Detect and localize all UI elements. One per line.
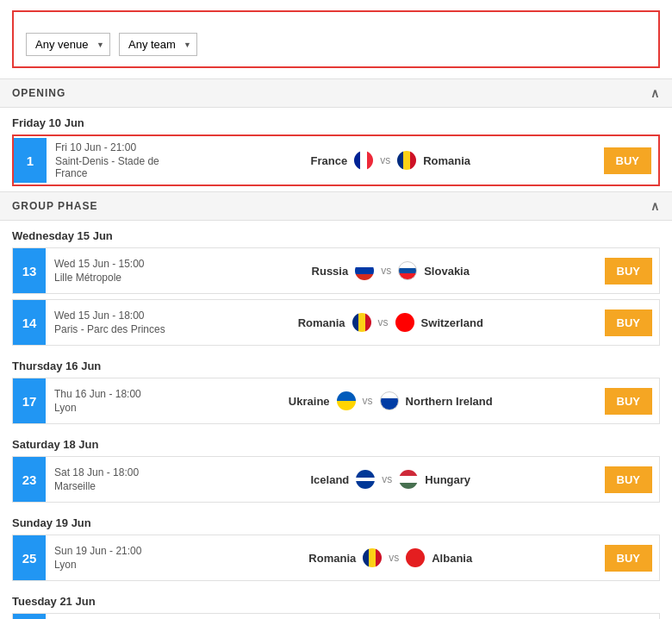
vs-label: vs	[381, 265, 391, 277]
match-row: 14 Wed 15 Jun - 18:00 Paris - Parc des P…	[12, 299, 660, 346]
section-group-phase: GROUP PHASE∧Wednesday 15 Jun 13 Wed 15 J…	[0, 191, 672, 619]
vs-label: vs	[380, 154, 390, 166]
buy-button[interactable]: BUY	[605, 388, 652, 415]
match-info: Sat 18 Jun - 18:00 Marseille	[46, 461, 184, 497]
day-label: Wednesday 15 Jun	[12, 221, 660, 247]
team1-name: Russia	[312, 265, 349, 278]
match-row: 23 Sat 18 Jun - 18:00 Marseille Iceland …	[12, 456, 660, 503]
match-row: 29 Tue 21 Jun - 18:00 Marseille Ukraine …	[12, 613, 660, 619]
team2-flag	[399, 470, 418, 489]
team1-name: Iceland	[311, 473, 350, 486]
section-opening: OPENING∧Friday 10 Jun 1 Fri 10 Jun - 21:…	[0, 78, 672, 186]
match-number: 13	[13, 248, 46, 293]
team1-flag	[337, 391, 356, 410]
section-content: Friday 10 Jun 1 Fri 10 Jun - 21:00 Saint…	[0, 108, 672, 186]
vs-label: vs	[363, 395, 373, 407]
vs-label: vs	[382, 473, 392, 485]
buy-button[interactable]: BUY	[605, 466, 652, 493]
match-venue: Marseille	[54, 480, 175, 492]
section-content: Wednesday 15 Jun 13 Wed 15 Jun - 15:00 L…	[0, 221, 672, 619]
match-teams: Iceland vs Hungary	[184, 470, 598, 489]
team1-name: Ukraine	[289, 395, 330, 408]
match-row: 13 Wed 15 Jun - 15:00 Lille Métropole Ru…	[12, 247, 660, 294]
team2-flag	[397, 151, 416, 170]
match-number: 1	[14, 138, 47, 183]
match-info: Wed 15 Jun - 15:00 Lille Métropole	[46, 253, 184, 289]
match-info: Fri 10 Jun - 21:00 Saint-Denis - Stade d…	[47, 136, 184, 184]
match-info: Thu 16 Jun - 18:00 Lyon	[46, 383, 184, 419]
match-date: Fri 10 Jun - 21:00	[55, 141, 176, 153]
match-teams: France vs Romania	[184, 151, 597, 170]
team2-name: Northern Ireland	[406, 395, 493, 408]
match-venue: Lyon	[54, 559, 175, 571]
match-number: 14	[13, 300, 46, 345]
section-title: GROUP PHASE	[12, 200, 97, 212]
match-date: Sun 19 Jun - 21:00	[54, 545, 175, 557]
timer-box: Any venue Any team	[12, 10, 660, 68]
team2-name: Romania	[423, 154, 470, 167]
day-label: Sunday 19 Jun	[12, 508, 660, 535]
team2-name: Slovakia	[424, 265, 470, 278]
match-date: Sat 18 Jun - 18:00	[54, 466, 175, 478]
match-date: Wed 15 Jun - 18:00	[54, 310, 175, 322]
match-info: Sun 19 Jun - 21:00 Lyon	[46, 540, 184, 576]
team-filter[interactable]: Any team	[119, 33, 197, 56]
day-label: Tuesday 21 Jun	[12, 586, 660, 613]
match-date: Thu 16 Jun - 18:00	[54, 388, 175, 400]
vs-label: vs	[389, 552, 399, 564]
buy-button[interactable]: BUY	[605, 258, 652, 284]
team1-name: Romania	[308, 552, 356, 565]
buy-button[interactable]: BUY	[605, 545, 652, 572]
buy-button[interactable]: BUY	[604, 147, 651, 174]
team2-flag	[380, 391, 399, 410]
day-label: Thursday 16 Jun	[12, 351, 660, 378]
match-date: Wed 15 Jun - 15:00	[54, 258, 175, 270]
match-info: Wed 15 Jun - 18:00 Paris - Parc des Prin…	[46, 304, 184, 341]
match-teams: Romania vs Albania	[184, 548, 598, 567]
match-teams: Ukraine vs Northern Ireland	[184, 391, 598, 410]
team1-flag	[352, 313, 371, 332]
team2-name: Switzerland	[421, 316, 483, 329]
section-header: GROUP PHASE∧	[0, 191, 672, 221]
match-venue: Lille Métropole	[54, 272, 175, 284]
section-header: OPENING∧	[0, 78, 672, 108]
day-label: Friday 10 Jun	[12, 108, 660, 134]
match-number: 23	[13, 457, 46, 502]
day-label: Saturday 18 Jun	[12, 429, 660, 456]
match-teams: Romania vs Switzerland	[184, 313, 598, 332]
team2-flag	[398, 261, 417, 280]
match-number: 29	[13, 614, 46, 619]
match-row: 17 Thu 16 Jun - 18:00 Lyon Ukraine vs No…	[12, 378, 660, 424]
team2-name: Albania	[432, 552, 472, 565]
match-venue: Paris - Parc des Princes	[54, 323, 175, 335]
vs-label: vs	[378, 316, 389, 328]
section-title: OPENING	[12, 87, 65, 99]
match-number: 17	[13, 378, 46, 423]
team1-name: Romania	[298, 316, 345, 329]
match-venue: Saint-Denis - Stade de France	[55, 155, 176, 179]
team2-flag	[406, 548, 425, 567]
match-number: 25	[13, 535, 46, 580]
chevron-icon[interactable]: ∧	[650, 86, 660, 100]
match-venue: Lyon	[54, 402, 175, 414]
buy-button[interactable]: BUY	[605, 310, 652, 336]
team1-flag	[363, 548, 382, 567]
team2-flag	[395, 313, 414, 332]
chevron-icon[interactable]: ∧	[650, 199, 660, 213]
team1-flag	[355, 261, 374, 280]
match-teams: Russia vs Slovakia	[184, 261, 598, 280]
team1-flag	[354, 151, 373, 170]
match-row: 25 Sun 19 Jun - 21:00 Lyon Romania vs Al…	[12, 535, 660, 581]
team2-name: Hungary	[425, 473, 470, 486]
match-row: 1 Fri 10 Jun - 21:00 Saint-Denis - Stade…	[12, 134, 660, 186]
venue-filter[interactable]: Any venue	[26, 33, 110, 56]
team1-flag	[356, 470, 375, 489]
team1-name: France	[311, 154, 348, 167]
